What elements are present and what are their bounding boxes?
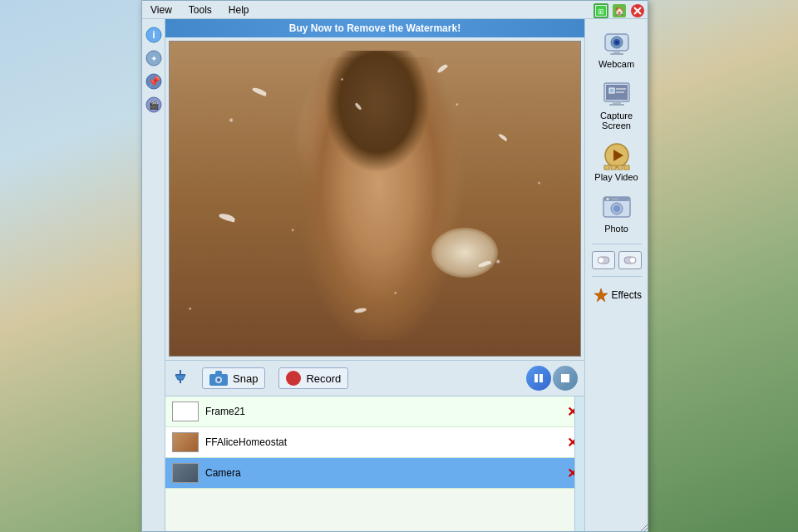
close-button[interactable] <box>629 2 646 19</box>
resize-handle[interactable] <box>638 521 648 531</box>
maximize-button[interactable]: ⊞ <box>593 2 609 19</box>
sidebar-film-icon[interactable]: 🎬 <box>145 96 163 114</box>
menu-tools[interactable]: Tools <box>185 4 215 16</box>
left-sidebar: i ✦ 📌 🎬 <box>142 19 165 531</box>
svg-marker-18 <box>175 375 185 380</box>
record-label: Record <box>306 372 341 385</box>
pause-icon <box>533 372 544 384</box>
svg-point-54 <box>629 258 635 264</box>
svg-text:🏠: 🏠 <box>614 6 625 17</box>
menu-help[interactable]: Help <box>225 4 253 16</box>
layer-name-ff: FFAliceHomeostat <box>205 436 560 448</box>
svg-rect-24 <box>539 374 543 382</box>
record-icon <box>286 371 301 386</box>
svg-rect-41 <box>604 165 609 170</box>
layer-name-camera: Camera <box>205 467 560 479</box>
play-video-button[interactable]: Play Video <box>589 137 645 185</box>
svg-text:i: i <box>152 29 155 41</box>
toggle-left-button[interactable] <box>592 251 615 269</box>
stop-icon <box>559 372 571 384</box>
effects-button[interactable]: Effects <box>589 283 645 307</box>
svg-rect-23 <box>534 374 538 382</box>
sidebar-pin-icon[interactable]: 📌 <box>145 72 163 91</box>
svg-rect-35 <box>609 104 624 106</box>
toggle-right-button[interactable] <box>618 251 642 269</box>
main-content: i ✦ 📌 🎬 Buy Now to Remove the Watermark! <box>142 19 648 531</box>
layer-item-selected[interactable]: Camera ✕ <box>165 458 584 489</box>
layer-thumb-frame21 <box>172 401 199 421</box>
svg-rect-44 <box>624 165 629 170</box>
svg-point-22 <box>217 378 220 382</box>
capture-screen-label: Capture Screen <box>594 111 640 131</box>
menu-bar: View Tools Help ⊞ 🏠 <box>142 1 648 19</box>
pause-play-controls <box>526 366 578 391</box>
right-sidebar: Webcam Capture Screen <box>584 19 648 531</box>
record-button[interactable]: Record <box>278 367 348 389</box>
video-preview <box>169 41 581 357</box>
snap-label: Snap <box>233 372 258 385</box>
layer-thumb-camera <box>172 463 199 483</box>
svg-rect-20 <box>215 371 222 375</box>
title-icons: ⊞ 🏠 <box>593 2 646 19</box>
play-video-label: Play Video <box>594 172 638 182</box>
svg-rect-38 <box>616 91 624 93</box>
layer-name-frame21: Frame21 <box>205 406 560 417</box>
svg-rect-36 <box>609 88 614 93</box>
pause-button[interactable] <box>526 366 551 391</box>
photo-icon <box>602 192 632 222</box>
restore-icon: 🏠 <box>612 3 627 18</box>
layers-scrollbar[interactable] <box>574 397 584 531</box>
center-panel: Buy Now to Remove the Watermark! <box>165 19 584 531</box>
svg-text:🎬: 🎬 <box>149 100 160 111</box>
layer-thumb-ff <box>172 432 199 452</box>
layer-item[interactable]: Frame21 ✕ <box>165 397 584 427</box>
menu-view[interactable]: View <box>147 4 175 16</box>
right-sidebar-divider <box>592 244 642 244</box>
toggle-left-icon <box>597 254 610 267</box>
maximize-icon: ⊞ <box>594 3 608 18</box>
sidebar-star-icon[interactable]: ✦ <box>145 49 163 67</box>
right-sidebar-divider2 <box>592 276 642 277</box>
close-icon <box>630 3 645 18</box>
webcam-label: Webcam <box>598 59 634 69</box>
webcam-icon <box>602 27 632 57</box>
restore-button[interactable]: 🏠 <box>611 2 628 19</box>
effects-icon <box>594 287 608 303</box>
play-video-icon <box>602 140 632 170</box>
svg-text:📌: 📌 <box>147 75 160 87</box>
svg-point-29 <box>615 41 618 44</box>
toggle-right-icon <box>623 254 637 267</box>
capture-screen-button[interactable]: Capture Screen <box>589 76 645 134</box>
layers-panel: Frame21 ✕ FFAliceHomeostat ✕ Camera ✕ <box>165 397 584 531</box>
webcam-button[interactable]: Webcam <box>589 24 645 72</box>
svg-text:⊞: ⊞ <box>598 7 604 16</box>
effects-label: Effects <box>612 289 642 301</box>
toggle-buttons-row <box>592 251 642 269</box>
capture-screen-icon <box>602 79 632 109</box>
sidebar-info-icon[interactable]: i <box>145 26 163 44</box>
app-window: View Tools Help ⊞ 🏠 <box>141 0 648 532</box>
watermark-banner[interactable]: Buy Now to Remove the Watermark! <box>165 19 584 37</box>
video-toolbar: Snap Record <box>165 360 584 397</box>
layer-item[interactable]: FFAliceHomeostat ✕ <box>165 427 584 458</box>
svg-point-48 <box>613 205 620 212</box>
stop-button[interactable] <box>553 366 578 391</box>
snap-icon <box>209 371 228 386</box>
svg-line-56 <box>641 525 648 531</box>
svg-rect-25 <box>561 374 569 382</box>
color-overlay <box>170 42 580 356</box>
svg-rect-42 <box>611 165 616 170</box>
svg-line-57 <box>644 528 648 531</box>
svg-point-52 <box>598 258 603 264</box>
svg-rect-43 <box>618 165 623 170</box>
svg-rect-50 <box>612 198 618 200</box>
svg-text:✦: ✦ <box>150 54 157 63</box>
svg-marker-55 <box>594 288 608 302</box>
snap-button[interactable]: Snap <box>202 367 265 389</box>
photo-label: Photo <box>604 224 628 234</box>
svg-rect-31 <box>610 53 623 55</box>
photo-button[interactable]: Photo <box>589 189 645 237</box>
svg-rect-37 <box>616 88 626 90</box>
pin-button[interactable] <box>172 368 189 389</box>
video-image <box>170 42 580 356</box>
